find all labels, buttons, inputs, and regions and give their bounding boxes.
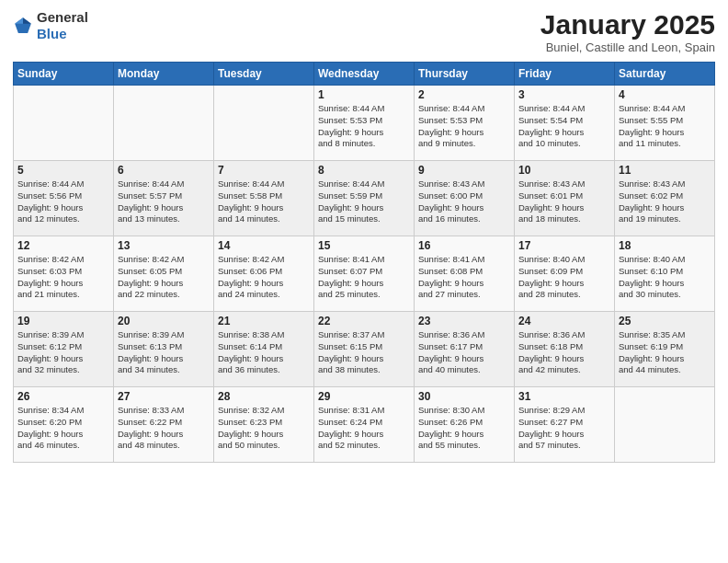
day-info: Sunrise: 8:32 AM Sunset: 6:23 PM Dayligh… [218, 405, 310, 452]
day-cell: 29Sunrise: 8:31 AM Sunset: 6:24 PM Dayli… [314, 387, 415, 463]
day-cell [114, 86, 214, 161]
day-number: 22 [318, 315, 410, 327]
day-number: 7 [218, 164, 310, 177]
day-number: 3 [518, 88, 610, 101]
day-number: 5 [17, 164, 109, 177]
col-friday: Friday [515, 63, 615, 86]
weekday-row: Sunday Monday Tuesday Wednesday Thursday… [14, 63, 715, 86]
day-info: Sunrise: 8:42 AM Sunset: 6:06 PM Dayligh… [218, 254, 310, 301]
day-info: Sunrise: 8:40 AM Sunset: 6:10 PM Dayligh… [619, 254, 711, 301]
day-number: 17 [518, 239, 610, 252]
col-wednesday: Wednesday [314, 63, 415, 86]
day-info: Sunrise: 8:44 AM Sunset: 5:59 PM Dayligh… [318, 178, 410, 225]
day-number: 20 [118, 315, 210, 327]
day-number: 12 [17, 239, 109, 252]
day-cell: 8Sunrise: 8:44 AM Sunset: 5:59 PM Daylig… [314, 161, 415, 236]
day-number: 28 [218, 390, 310, 403]
day-number: 6 [118, 164, 210, 177]
day-cell [14, 86, 114, 161]
logo-text: General Blue [37, 9, 88, 42]
day-cell: 26Sunrise: 8:34 AM Sunset: 6:20 PM Dayli… [14, 387, 114, 463]
day-info: Sunrise: 8:35 AM Sunset: 6:19 PM Dayligh… [619, 329, 711, 376]
day-number: 15 [318, 239, 410, 252]
day-info: Sunrise: 8:43 AM Sunset: 6:00 PM Dayligh… [418, 178, 510, 225]
day-number: 11 [619, 164, 711, 177]
title-block: January 2025 Buniel, Castille and Leon, … [540, 9, 715, 54]
logo-icon [13, 16, 33, 36]
col-sunday: Sunday [14, 63, 114, 86]
week-row-2: 5Sunrise: 8:44 AM Sunset: 5:56 PM Daylig… [14, 161, 715, 236]
day-number: 24 [518, 315, 610, 327]
day-info: Sunrise: 8:43 AM Sunset: 6:01 PM Dayligh… [518, 178, 610, 225]
day-number: 21 [218, 315, 310, 327]
day-info: Sunrise: 8:44 AM Sunset: 5:58 PM Dayligh… [218, 178, 310, 225]
day-info: Sunrise: 8:41 AM Sunset: 6:08 PM Dayligh… [418, 254, 510, 301]
day-info: Sunrise: 8:44 AM Sunset: 5:53 PM Dayligh… [318, 103, 410, 150]
day-info: Sunrise: 8:44 AM Sunset: 5:57 PM Dayligh… [118, 178, 210, 225]
col-monday: Monday [114, 63, 214, 86]
day-number: 9 [418, 164, 510, 177]
day-cell [214, 86, 314, 161]
day-info: Sunrise: 8:38 AM Sunset: 6:14 PM Dayligh… [218, 329, 310, 376]
day-cell: 5Sunrise: 8:44 AM Sunset: 5:56 PM Daylig… [14, 161, 114, 236]
week-row-1: 1Sunrise: 8:44 AM Sunset: 5:53 PM Daylig… [14, 86, 715, 161]
day-cell: 25Sunrise: 8:35 AM Sunset: 6:19 PM Dayli… [615, 312, 715, 387]
day-cell [615, 387, 715, 463]
col-tuesday: Tuesday [214, 63, 314, 86]
week-row-4: 19Sunrise: 8:39 AM Sunset: 6:12 PM Dayli… [14, 312, 715, 387]
logo-blue: Blue [37, 26, 67, 41]
day-cell: 3Sunrise: 8:44 AM Sunset: 5:54 PM Daylig… [515, 86, 615, 161]
day-cell: 16Sunrise: 8:41 AM Sunset: 6:08 PM Dayli… [415, 236, 515, 312]
day-number: 23 [418, 315, 510, 327]
page: General Blue January 2025 Buniel, Castil… [0, 0, 728, 563]
day-cell: 10Sunrise: 8:43 AM Sunset: 6:01 PM Dayli… [515, 161, 615, 236]
svg-marker-2 [15, 17, 23, 24]
day-cell: 20Sunrise: 8:39 AM Sunset: 6:13 PM Dayli… [114, 312, 214, 387]
day-info: Sunrise: 8:43 AM Sunset: 6:02 PM Dayligh… [619, 178, 711, 225]
day-number: 8 [318, 164, 410, 177]
day-info: Sunrise: 8:40 AM Sunset: 6:09 PM Dayligh… [518, 254, 610, 301]
day-cell: 17Sunrise: 8:40 AM Sunset: 6:09 PM Dayli… [515, 236, 615, 312]
day-info: Sunrise: 8:41 AM Sunset: 6:07 PM Dayligh… [318, 254, 410, 301]
day-info: Sunrise: 8:36 AM Sunset: 6:18 PM Dayligh… [518, 329, 610, 376]
day-number: 25 [619, 315, 711, 327]
header: General Blue January 2025 Buniel, Castil… [13, 9, 715, 54]
day-number: 31 [518, 390, 610, 403]
day-info: Sunrise: 8:36 AM Sunset: 6:17 PM Dayligh… [418, 329, 510, 376]
day-number: 10 [518, 164, 610, 177]
day-cell: 27Sunrise: 8:33 AM Sunset: 6:22 PM Dayli… [114, 387, 214, 463]
day-cell: 21Sunrise: 8:38 AM Sunset: 6:14 PM Dayli… [214, 312, 314, 387]
week-row-3: 12Sunrise: 8:42 AM Sunset: 6:03 PM Dayli… [14, 236, 715, 312]
day-info: Sunrise: 8:39 AM Sunset: 6:13 PM Dayligh… [118, 329, 210, 376]
calendar-header: Sunday Monday Tuesday Wednesday Thursday… [14, 63, 715, 86]
day-cell: 31Sunrise: 8:29 AM Sunset: 6:27 PM Dayli… [515, 387, 615, 463]
day-cell: 23Sunrise: 8:36 AM Sunset: 6:17 PM Dayli… [415, 312, 515, 387]
logo: General Blue [13, 9, 88, 42]
day-info: Sunrise: 8:44 AM Sunset: 5:56 PM Dayligh… [17, 178, 109, 225]
col-saturday: Saturday [615, 63, 715, 86]
day-cell: 1Sunrise: 8:44 AM Sunset: 5:53 PM Daylig… [314, 86, 415, 161]
day-info: Sunrise: 8:31 AM Sunset: 6:24 PM Dayligh… [318, 405, 410, 452]
day-info: Sunrise: 8:37 AM Sunset: 6:15 PM Dayligh… [318, 329, 410, 376]
day-info: Sunrise: 8:44 AM Sunset: 5:55 PM Dayligh… [619, 103, 711, 150]
day-info: Sunrise: 8:42 AM Sunset: 6:05 PM Dayligh… [118, 254, 210, 301]
day-info: Sunrise: 8:33 AM Sunset: 6:22 PM Dayligh… [118, 405, 210, 452]
day-cell: 12Sunrise: 8:42 AM Sunset: 6:03 PM Dayli… [14, 236, 114, 312]
calendar-body: 1Sunrise: 8:44 AM Sunset: 5:53 PM Daylig… [14, 86, 715, 463]
day-cell: 13Sunrise: 8:42 AM Sunset: 6:05 PM Dayli… [114, 236, 214, 312]
day-info: Sunrise: 8:42 AM Sunset: 6:03 PM Dayligh… [17, 254, 109, 301]
day-number: 16 [418, 239, 510, 252]
day-cell: 18Sunrise: 8:40 AM Sunset: 6:10 PM Dayli… [615, 236, 715, 312]
day-cell: 24Sunrise: 8:36 AM Sunset: 6:18 PM Dayli… [515, 312, 615, 387]
day-number: 14 [218, 239, 310, 252]
day-number: 1 [318, 88, 410, 101]
day-number: 29 [318, 390, 410, 403]
day-number: 30 [418, 390, 510, 403]
day-info: Sunrise: 8:44 AM Sunset: 5:53 PM Dayligh… [418, 103, 510, 150]
calendar-table: Sunday Monday Tuesday Wednesday Thursday… [13, 62, 715, 463]
day-cell: 22Sunrise: 8:37 AM Sunset: 6:15 PM Dayli… [314, 312, 415, 387]
day-cell: 30Sunrise: 8:30 AM Sunset: 6:26 PM Dayli… [415, 387, 515, 463]
day-cell: 9Sunrise: 8:43 AM Sunset: 6:00 PM Daylig… [415, 161, 515, 236]
day-cell: 7Sunrise: 8:44 AM Sunset: 5:58 PM Daylig… [214, 161, 314, 236]
calendar-location: Buniel, Castille and Leon, Spain [540, 40, 715, 54]
